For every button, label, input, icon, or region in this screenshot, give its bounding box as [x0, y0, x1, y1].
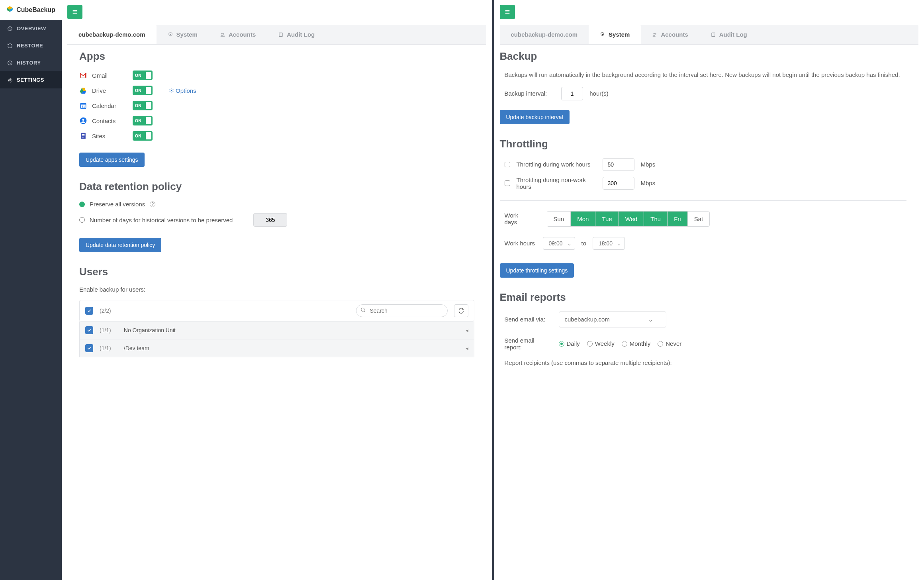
tab-domain[interactable]: cubebackup-demo.com: [500, 25, 589, 44]
freq-monthly[interactable]: Monthly: [622, 340, 651, 347]
caret-left-icon[interactable]: ◂: [466, 345, 468, 351]
app-name: Calendar: [92, 102, 128, 109]
refresh-button[interactable]: [454, 304, 468, 317]
day-sat[interactable]: Sat: [688, 212, 710, 226]
throttle-nonwork-checkbox[interactable]: [505, 180, 510, 186]
user-search-input[interactable]: [356, 304, 448, 317]
radio-icon: [658, 341, 663, 347]
radio-icon: [622, 341, 627, 347]
day-tue[interactable]: Tue: [595, 212, 619, 226]
tab-accounts[interactable]: Accounts: [641, 25, 699, 44]
separator: [500, 200, 907, 201]
caret-left-icon[interactable]: ◂: [466, 327, 468, 333]
drive-icon: [79, 86, 87, 94]
throttle-work-input[interactable]: [603, 158, 634, 171]
chevron-down-icon: ⌵: [649, 316, 652, 323]
nav-label: RESTORE: [17, 43, 43, 49]
day-mon[interactable]: Mon: [571, 212, 595, 226]
update-retention-button[interactable]: Update data retention policy: [79, 238, 161, 252]
day-wed[interactable]: Wed: [619, 212, 644, 226]
workdays-label: Work days: [505, 212, 532, 225]
tab-audit[interactable]: Audit Log: [699, 25, 758, 44]
logo-icon: [6, 6, 13, 14]
search-icon: [360, 308, 366, 314]
gmail-icon: [79, 71, 87, 79]
row-checkbox[interactable]: [85, 326, 93, 334]
tab-system[interactable]: System: [157, 25, 209, 44]
svg-text:31: 31: [82, 105, 85, 108]
day-sun[interactable]: Sun: [547, 212, 571, 226]
email-via-select[interactable]: cubebackup.com ⌵: [559, 312, 666, 327]
to-label: to: [581, 240, 587, 247]
select-all-checkbox[interactable]: [85, 307, 93, 315]
toggle-gmail[interactable]: ON: [133, 71, 153, 80]
calendar-icon: 31: [79, 102, 87, 110]
tab-accounts[interactable]: Accounts: [209, 25, 267, 44]
svg-point-31: [361, 308, 364, 311]
svg-rect-28: [82, 134, 85, 135]
day-fri[interactable]: Fri: [668, 212, 688, 226]
tabs-left: cubebackup-demo.com System Accounts Audi…: [67, 25, 486, 45]
row-count: (1/1): [100, 345, 111, 351]
hamburger-button[interactable]: [67, 5, 82, 19]
retention-days-input[interactable]: [253, 213, 287, 227]
users-subheading: Enable backup for users:: [79, 286, 474, 293]
users-heading: Users: [79, 266, 474, 278]
nav-settings[interactable]: SETTINGS: [0, 71, 62, 88]
brand-text: CubeBackup: [16, 6, 55, 14]
apps-heading: Apps: [79, 50, 474, 63]
freq-daily[interactable]: Daily: [559, 340, 580, 347]
email-heading: Email reports: [500, 291, 907, 304]
nav-label: HISTORY: [17, 60, 41, 66]
drive-options-link[interactable]: Options: [169, 87, 196, 94]
nav-restore[interactable]: RESTORE: [0, 37, 62, 54]
users-toolbar: (2/2): [79, 300, 474, 321]
hamburger-button[interactable]: [500, 5, 515, 19]
toggle-drive[interactable]: ON: [133, 86, 153, 95]
toggle-contacts[interactable]: ON: [133, 116, 153, 125]
backup-description: Backups will run automatically in the ba…: [500, 71, 907, 80]
freq-never[interactable]: Never: [658, 340, 681, 347]
app-name: Contacts: [92, 118, 128, 124]
nav-overview[interactable]: OVERVIEW: [0, 20, 62, 37]
day-thu[interactable]: Thu: [644, 212, 668, 226]
update-apps-button[interactable]: Update apps settings: [79, 153, 145, 167]
tab-audit[interactable]: Audit Log: [267, 25, 326, 44]
nav-history[interactable]: HISTORY: [0, 54, 62, 71]
toggle-sites[interactable]: ON: [133, 131, 153, 141]
help-icon[interactable]: ?: [150, 202, 155, 207]
apps-section: Apps Gmail ON Drive ON Options 31 Calend…: [79, 50, 474, 167]
tab-domain[interactable]: cubebackup-demo.com: [67, 25, 157, 44]
update-throttle-button[interactable]: Update throttling settings: [500, 263, 574, 278]
clock-icon: [7, 60, 13, 66]
backup-interval-label: Backup interval:: [505, 90, 547, 97]
throttle-work-checkbox[interactable]: [505, 162, 510, 167]
workhours-to-select[interactable]: 18:00: [593, 237, 625, 250]
throttle-work-label: Throttling during work hours: [517, 161, 596, 168]
backup-section: Backup Backups will run automatically in…: [500, 50, 907, 124]
freq-weekly[interactable]: Weekly: [587, 340, 615, 347]
backup-interval-input[interactable]: [561, 87, 583, 100]
svg-point-37: [654, 33, 655, 34]
row-name: /Dev team: [124, 345, 459, 351]
row-checkbox[interactable]: [85, 344, 93, 352]
tab-system[interactable]: System: [589, 25, 641, 44]
retention-section: Data retention policy Preserve all versi…: [79, 180, 474, 252]
svg-point-10: [223, 33, 224, 34]
user-row[interactable]: (1/1) No Organization Unit ◂: [79, 321, 474, 339]
throttle-nonwork-input[interactable]: [603, 177, 634, 190]
nav-label: OVERVIEW: [17, 25, 46, 31]
throttling-heading: Throttling: [500, 138, 907, 150]
workhours-from-select[interactable]: 09:00: [543, 237, 575, 250]
right-pane: cubebackup-demo.com System Accounts Audi…: [494, 0, 924, 580]
mbps-unit: Mbps: [641, 161, 656, 168]
svg-rect-15: [80, 73, 82, 78]
recipients-label: Report recipients (use commas to separat…: [505, 359, 672, 366]
left-pane: cubebackup-demo.com System Accounts Audi…: [62, 0, 492, 580]
svg-point-8: [170, 34, 171, 35]
retention-opt-days[interactable]: Number of days for historical versions t…: [79, 213, 474, 227]
update-interval-button[interactable]: Update backup interval: [500, 110, 570, 124]
user-row[interactable]: (1/1) /Dev team ◂: [79, 339, 474, 357]
retention-opt-preserve[interactable]: Preserve all versions ?: [79, 201, 474, 208]
toggle-calendar[interactable]: ON: [133, 101, 153, 110]
